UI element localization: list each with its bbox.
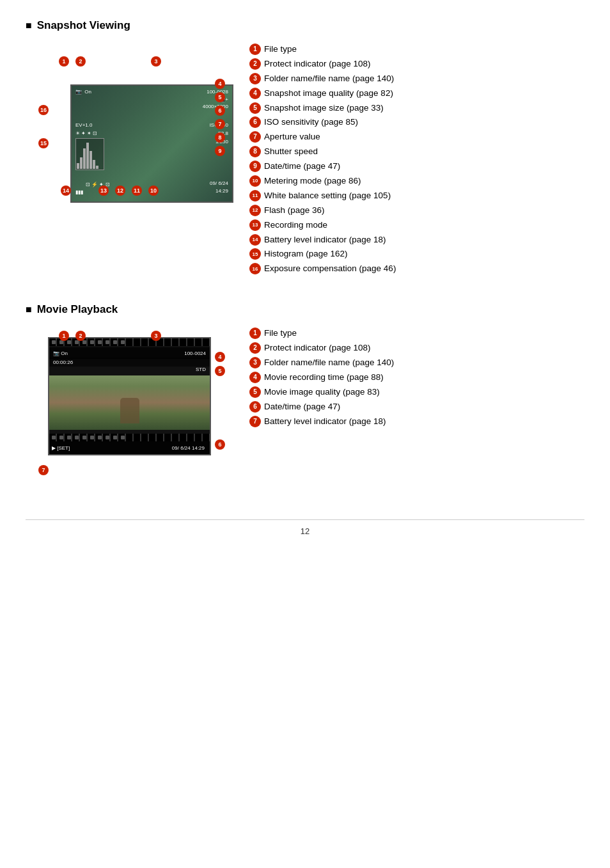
callout-10: 10 [148, 185, 159, 196]
item-12-text: Flash (page 36) [264, 205, 325, 217]
num-6: 6 [249, 116, 261, 128]
callout-1: 1 [59, 56, 69, 67]
item-10-text: Metering mode (page 86) [264, 175, 361, 187]
movie-item-7-text: Battery level indicator (page 18) [264, 416, 386, 428]
movie-callout-4: 4 [215, 352, 225, 362]
snapshot-item-3: 3 Folder name/file name (page 140) [249, 73, 396, 85]
num-4: 4 [249, 88, 261, 99]
snapshot-item-13: 13 Recording mode [249, 219, 396, 232]
movie-num-5: 5 [249, 386, 261, 398]
movie-num-1: 1 [249, 327, 261, 339]
callout-9: 9 [215, 146, 225, 156]
num-3: 3 [249, 73, 261, 84]
movie-num-3: 3 [249, 357, 261, 368]
item-9-text: Date/time (page 47) [264, 161, 340, 173]
callout-13: 13 [98, 185, 109, 196]
callout-2: 2 [75, 56, 86, 67]
movie-items-list: 1 File type 2 Protect indicator (page 10… [249, 327, 394, 430]
num-1: 1 [249, 43, 261, 55]
snapshot-section: Snapshot Viewing 📷 On 100-0028 📷+ 4000×3… [26, 19, 584, 278]
movie-camera-screen: 📷 On 100-0024 00:00:26 STD [48, 337, 211, 455]
num-5: 5 [249, 102, 261, 114]
item-14-text: Battery level indicator (page 18) [264, 234, 386, 246]
movie-item-1-text: File type [264, 327, 297, 340]
item-16-text: Exposure compensation (page 46) [264, 263, 396, 275]
num-2: 2 [249, 58, 261, 70]
num-12: 12 [249, 205, 261, 216]
movie-item-5: 5 Movie image quality (page 83) [249, 386, 394, 398]
callout-14: 14 [61, 185, 71, 196]
snapshot-title: Snapshot Viewing [26, 19, 584, 32]
movie-title: Movie Playback [26, 303, 584, 316]
num-15: 15 [249, 248, 261, 260]
movie-item-2-text: Protect indicator (page 108) [264, 342, 371, 354]
snapshot-item-16: 16 Exposure compensation (page 46) [249, 263, 396, 275]
snapshot-item-9: 9 Date/time (page 47) [249, 161, 396, 173]
movie-item-6: 6 Date/time (page 47) [249, 401, 394, 413]
movie-num-4: 4 [249, 372, 261, 383]
snapshot-diagram-wrapper: 📷 On 100-0028 📷+ 4000×3000 EV+1.0 ☀✦✶⊡ I… [26, 43, 230, 210]
snapshot-item-4: 4 Snapshot image quality (page 82) [249, 88, 396, 100]
num-13: 13 [249, 219, 261, 231]
item-3-text: Folder name/file name (page 140) [264, 73, 394, 85]
movie-section: Movie Playback [26, 303, 584, 494]
snapshot-item-11: 11 White balance setting (page 105) [249, 190, 396, 202]
snapshot-item-8: 8 Shutter speed [249, 146, 396, 158]
snapshot-content-row: 📷 On 100-0028 📷+ 4000×3000 EV+1.0 ☀✦✶⊡ I… [26, 43, 584, 278]
movie-item-6-text: Date/time (page 47) [264, 401, 340, 413]
item-4-text: Snapshot image quality (page 82) [264, 88, 393, 100]
callout-16: 16 [38, 105, 49, 115]
movie-item-1: 1 File type [249, 327, 394, 340]
movie-callout-6: 6 [215, 439, 225, 450]
movie-item-7: 7 Battery level indicator (page 18) [249, 416, 394, 428]
item-7-text: Aperture value [264, 131, 320, 143]
movie-item-5-text: Movie image quality (page 83) [264, 386, 380, 398]
snapshot-item-10: 10 Metering mode (page 86) [249, 175, 396, 187]
item-13-text: Recording mode [264, 219, 327, 232]
item-6-text: ISO sensitivity (page 85) [264, 116, 358, 129]
item-5-text: Snapshot image size (page 33) [264, 102, 384, 114]
movie-item-3: 3 Folder name/file name (page 140) [249, 357, 394, 369]
item-15-text: Histogram (page 162) [264, 248, 348, 260]
item-2-text: Protect indicator (page 108) [264, 58, 371, 70]
item-1-text: File type [264, 43, 297, 56]
snapshot-item-12: 12 Flash (page 36) [249, 205, 396, 217]
movie-content-row: 📷 On 100-0024 00:00:26 STD [26, 327, 584, 494]
snapshot-item-1: 1 File type [249, 43, 396, 56]
movie-callout-7: 7 [38, 465, 49, 475]
callout-11: 11 [132, 185, 142, 196]
movie-num-2: 2 [249, 342, 261, 354]
callout-12: 12 [115, 185, 125, 196]
num-16: 16 [249, 263, 261, 274]
page-number: 12 [26, 526, 584, 536]
movie-item-2: 2 Protect indicator (page 108) [249, 342, 394, 354]
callout-6: 6 [215, 106, 225, 116]
movie-num-6: 6 [249, 401, 261, 413]
callout-3: 3 [151, 56, 161, 67]
snapshot-item-5: 5 Snapshot image size (page 33) [249, 102, 396, 114]
snapshot-item-15: 15 Histogram (page 162) [249, 248, 396, 260]
num-7: 7 [249, 131, 261, 143]
movie-item-4-text: Movie recording time (page 88) [264, 372, 384, 384]
item-8-text: Shutter speed [264, 146, 318, 158]
item-11-text: White balance setting (page 105) [264, 190, 391, 202]
num-8: 8 [249, 146, 261, 157]
num-9: 9 [249, 161, 261, 172]
movie-item-3-text: Folder name/file name (page 140) [264, 357, 394, 369]
callout-5: 5 [215, 92, 225, 102]
callout-7: 7 [215, 119, 225, 129]
num-10: 10 [249, 175, 261, 187]
callout-4: 4 [215, 79, 225, 89]
movie-callout-5: 5 [215, 366, 225, 376]
page-divider [26, 519, 584, 520]
snapshot-item-6: 6 ISO sensitivity (page 85) [249, 116, 396, 129]
snapshot-item-2: 2 Protect indicator (page 108) [249, 58, 396, 70]
num-11: 11 [249, 190, 261, 201]
snapshot-item-14: 14 Battery level indicator (page 18) [249, 234, 396, 246]
snapshot-items-list: 1 File type 2 Protect indicator (page 10… [249, 43, 396, 278]
num-14: 14 [249, 234, 261, 246]
movie-num-7: 7 [249, 416, 261, 427]
callout-8: 8 [215, 132, 225, 143]
snapshot-item-7: 7 Aperture value [249, 131, 396, 143]
movie-diagram-wrapper: 📷 On 100-0024 00:00:26 STD [26, 327, 230, 494]
